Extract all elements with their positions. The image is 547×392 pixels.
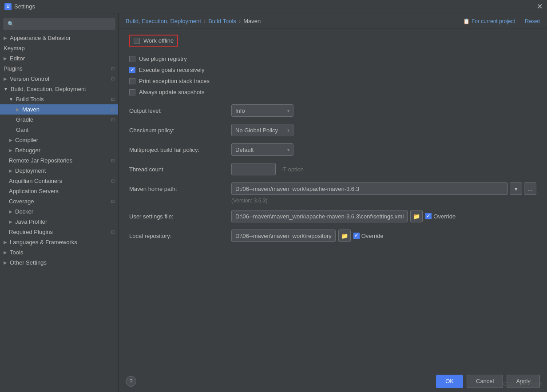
arrow-icon: ▶ xyxy=(9,168,12,173)
sidebar-item-docker[interactable]: ▶ Docker xyxy=(0,206,118,217)
local-repo-browse-btn[interactable]: 📁 xyxy=(338,230,351,242)
always-update-checkbox[interactable] xyxy=(129,89,135,95)
sidebar-item-arquillian[interactable]: Arquillian Containers ⊡ xyxy=(0,176,118,186)
maven-home-browse-btn[interactable]: … xyxy=(524,182,536,195)
sidebar-item-label: Tools xyxy=(10,249,23,256)
output-level-control: Info ▾ xyxy=(231,104,536,117)
arrow-icon: ▶ xyxy=(9,138,12,143)
breadcrumb-maven: Maven xyxy=(243,18,261,24)
sidebar-item-build-tools[interactable]: ▼ Build Tools ⊡ xyxy=(0,94,118,104)
breadcrumb-buildtools[interactable]: Build Tools xyxy=(208,18,236,24)
sidebar-item-label: Editor xyxy=(10,55,25,62)
sidebar-item-deployment[interactable]: ▶ Deployment xyxy=(0,166,118,176)
sidebar-item-debugger[interactable]: ▶ Debugger xyxy=(0,145,118,155)
thread-count-row: Thread count -T option xyxy=(129,163,536,175)
ext-icon: ⊡ xyxy=(111,76,115,81)
sidebar-item-java-profiler[interactable]: ▶ Java Profiler xyxy=(0,217,118,227)
dropdown-arrow-icon: ▾ xyxy=(287,128,289,133)
user-settings-control: D:\06--maven\maven_work\apache-maven-3.6… xyxy=(231,210,536,222)
print-exceptions-checkbox[interactable] xyxy=(129,78,135,84)
sidebar-item-plugins[interactable]: Plugins ⊡ xyxy=(0,63,118,74)
reset-button[interactable]: Reset xyxy=(525,18,540,24)
arrow-open-icon: ▼ xyxy=(9,97,13,102)
arrow-open-icon: ▼ xyxy=(4,87,8,91)
always-update-label[interactable]: Always update snapshots xyxy=(139,89,204,95)
ext-icon: ⊡ xyxy=(111,230,115,234)
sidebar-item-build-exec-deploy[interactable]: ▼ Build, Execution, Deployment xyxy=(0,84,118,94)
sidebar-item-label: Java Profiler xyxy=(15,218,47,225)
execute-goals-label[interactable]: Execute goals recursively xyxy=(139,67,204,73)
user-settings-browse-btn[interactable]: 📁 xyxy=(410,210,423,222)
sidebar-item-editor[interactable]: ▶ Editor xyxy=(0,53,118,63)
execute-goals-checkbox[interactable] xyxy=(129,67,135,73)
ok-button[interactable]: OK xyxy=(436,375,463,388)
work-offline-label[interactable]: Work offline xyxy=(143,37,174,44)
sidebar-item-label: Arquillian Containers xyxy=(9,178,62,184)
sidebar-item-label: Deployment xyxy=(15,167,46,174)
maven-home-control: D:/06--maven/maven_work/apache-maven-3.6… xyxy=(231,182,536,195)
dropdown-arrow-icon: ▾ xyxy=(287,147,289,152)
maven-home-dropdown-btn[interactable]: ▾ xyxy=(510,182,522,195)
user-settings-override-label[interactable]: Override xyxy=(433,213,456,220)
help-button[interactable]: ? xyxy=(126,376,136,387)
maven-home-path-row: D:/06--maven/maven_work/apache-maven-3.6… xyxy=(231,182,536,195)
output-level-dropdown[interactable]: Info ▾ xyxy=(231,104,293,117)
sidebar-item-lang-frameworks[interactable]: ▶ Languages & Frameworks xyxy=(0,237,118,247)
sidebar-item-gradle[interactable]: Gradle ⊡ xyxy=(0,115,118,125)
version-note: (Version: 3.6.3) xyxy=(231,198,536,204)
work-offline-checkbox[interactable] xyxy=(134,38,140,44)
sidebar-item-label: Build, Execution, Deployment xyxy=(11,86,86,92)
user-settings-override-checkbox[interactable] xyxy=(425,213,432,219)
multiproject-policy-control: Default ▾ xyxy=(231,143,536,156)
thread-count-input[interactable] xyxy=(231,163,276,175)
sidebar-item-tools[interactable]: ▶ Tools xyxy=(0,247,118,257)
sidebar-item-label: Remote Jar Repositories xyxy=(9,157,72,164)
close-button[interactable]: ✕ xyxy=(537,2,543,11)
breadcrumb-build[interactable]: Build, Execution, Deployment xyxy=(126,18,201,24)
sidebar-item-coverage[interactable]: Coverage ⊡ xyxy=(0,196,118,206)
search-input[interactable] xyxy=(17,21,111,28)
settings-body: Work offline Use plugin registry Execute… xyxy=(119,28,547,370)
local-repo-override-label[interactable]: Override xyxy=(361,233,384,239)
ext-icon: ⊡ xyxy=(111,107,115,112)
sidebar-item-other-settings[interactable]: ▶ Other Settings xyxy=(0,257,118,268)
multiproject-policy-value: Default xyxy=(235,147,254,153)
local-repo-row: Local repository: D:\06--maven\maven_wor… xyxy=(129,230,536,242)
dropdown-arrow-icon: ▾ xyxy=(515,186,518,192)
user-settings-input[interactable]: D:\06--maven\maven_work\apache-maven-3.6… xyxy=(231,210,408,222)
execute-goals-row: Execute goals recursively xyxy=(129,67,536,73)
arrow-icon: ▶ xyxy=(4,250,7,255)
maven-home-input[interactable]: D:/06--maven/maven_work/apache-maven-3.6… xyxy=(231,182,508,195)
multiproject-policy-dropdown[interactable]: Default ▾ xyxy=(231,143,293,156)
use-plugin-registry-label[interactable]: Use plugin registry xyxy=(139,55,187,62)
sidebar-item-gant[interactable]: Gant xyxy=(0,125,118,135)
local-repo-control: D:\06--maven\maven_work\repository 📁 Ove… xyxy=(231,230,536,242)
checksum-policy-dropdown[interactable]: No Global Policy ▾ xyxy=(231,124,293,136)
main-panel: Build, Execution, Deployment › Build Too… xyxy=(119,13,547,392)
cancel-button[interactable]: Cancel xyxy=(467,375,503,388)
always-update-row: Always update snapshots xyxy=(129,89,536,95)
sidebar-item-maven[interactable]: ▶ Maven ⊡ xyxy=(0,104,118,115)
maven-home-row: Maven home path: D:/06--maven/maven_work… xyxy=(129,182,536,195)
output-level-label: Output level: xyxy=(129,107,231,114)
sidebar-item-label: Application Servers xyxy=(9,188,59,194)
t-option-label: -T option xyxy=(281,166,304,173)
local-repo-input[interactable]: D:\06--maven\maven_work\repository xyxy=(231,230,336,242)
sidebar-item-vcs[interactable]: ▶ Version Control ⊡ xyxy=(0,74,118,84)
print-exceptions-label[interactable]: Print exception stack traces xyxy=(139,78,210,84)
user-settings-override-row: D:\06--maven\maven_work\apache-maven-3.6… xyxy=(231,210,456,222)
multiproject-policy-label: Multiproject build fail policy: xyxy=(129,147,231,153)
local-repo-override-checkbox[interactable] xyxy=(353,233,360,239)
sidebar-item-app-servers[interactable]: Application Servers xyxy=(0,186,118,196)
sidebar-item-label: Docker xyxy=(15,208,33,215)
search-box[interactable]: 🔍 xyxy=(4,18,115,30)
sidebar-item-required-plugins[interactable]: Required Plugins ⊡ xyxy=(0,227,118,237)
sidebar-item-compiler[interactable]: ▶ Compiler xyxy=(0,135,118,145)
sidebar-item-keymap[interactable]: Keymap xyxy=(0,43,118,53)
output-level-row: Output level: Info ▾ xyxy=(129,104,536,117)
use-plugin-registry-checkbox[interactable] xyxy=(129,56,135,62)
sidebar-item-appearance[interactable]: ▶ Appearance & Behavior xyxy=(0,33,118,43)
sidebar-item-remote-jar[interactable]: Remote Jar Repositories ⊡ xyxy=(0,155,118,166)
arrow-icon: ▶ xyxy=(4,260,7,265)
watermark: CSDN @绝代风华 xyxy=(503,381,543,388)
